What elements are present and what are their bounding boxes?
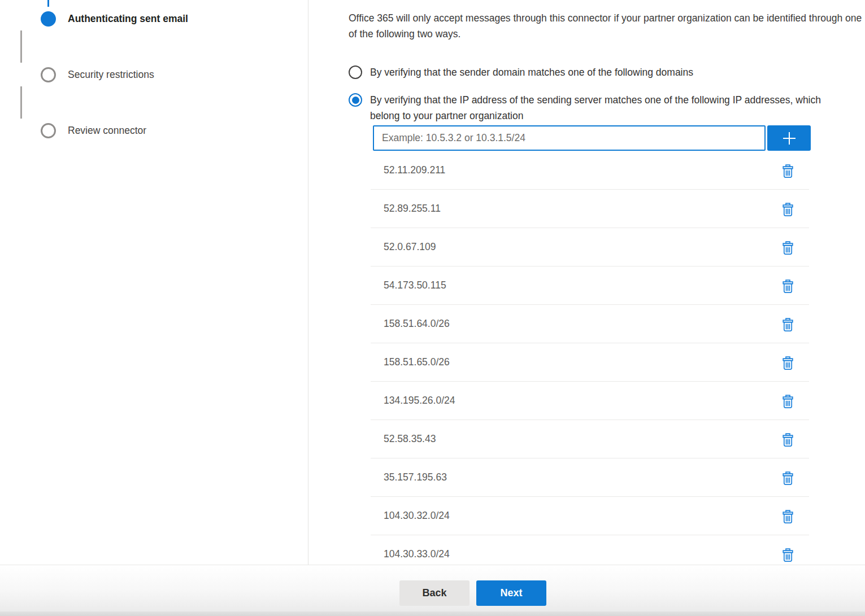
ip-address-row: 134.195.26.0/24	[371, 382, 809, 420]
delete-ip-button[interactable]	[780, 316, 796, 333]
ip-address-text: 35.157.195.63	[384, 471, 780, 483]
ip-address-row: 158.51.64.0/26	[371, 305, 809, 343]
trash-icon	[781, 278, 794, 294]
bottom-edge-strip	[0, 611, 865, 616]
ip-address-text: 52.11.209.211	[384, 164, 780, 176]
ip-address-row: 104.30.32.0/24	[371, 497, 809, 535]
plus-icon	[780, 129, 798, 147]
trash-icon	[781, 547, 794, 562]
trash-icon	[781, 355, 794, 370]
back-button[interactable]: Back	[399, 580, 470, 606]
radio-dot	[352, 97, 359, 104]
ip-address-row: 158.51.65.0/26	[371, 343, 809, 382]
ip-address-text: 104.30.32.0/24	[384, 510, 780, 522]
trash-icon	[781, 431, 794, 447]
add-ip-button[interactable]	[767, 125, 811, 151]
delete-ip-button[interactable]	[780, 277, 796, 294]
authenticating-sent-email-panel: Office 365 will only accept messages thr…	[309, 0, 865, 565]
option-label: By verifying that the IP address of the …	[370, 92, 829, 124]
trash-icon	[781, 163, 794, 178]
wizard-step-label: Review connector	[68, 125, 146, 137]
ip-address-text: 54.173.50.115	[384, 279, 780, 291]
ip-address-input[interactable]	[373, 125, 766, 151]
ip-address-row: 52.58.35.43	[371, 420, 809, 458]
delete-ip-button[interactable]	[780, 392, 796, 409]
ip-address-text: 158.51.64.0/26	[384, 318, 780, 330]
ip-address-row: 35.157.195.63	[371, 458, 809, 497]
wizard-step-label: Authenticating sent email	[68, 13, 188, 25]
connector-wizard-page: Authenticating sent email Security restr…	[0, 0, 865, 616]
delete-ip-button[interactable]	[780, 162, 796, 179]
ip-address-list: 52.11.209.211 52.89.255.11	[371, 151, 809, 565]
delete-ip-button[interactable]	[780, 200, 796, 217]
delete-ip-button[interactable]	[780, 469, 796, 486]
step-connector-line	[20, 86, 22, 119]
step-idle-dot-icon	[41, 67, 56, 82]
ip-address-row: 104.30.33.0/24	[371, 535, 809, 565]
step-connector-line-completed	[47, 0, 49, 7]
trash-icon	[781, 393, 794, 409]
delete-ip-button[interactable]	[780, 546, 796, 563]
wizard-step-review-connector[interactable]: Review connector	[20, 123, 188, 138]
delete-ip-button[interactable]	[780, 354, 796, 371]
ip-address-row: 52.11.209.211	[371, 151, 809, 190]
panel-description: Office 365 will only accept messages thr…	[349, 10, 865, 42]
wizard-steps-sidebar: Authenticating sent email Security restr…	[0, 0, 308, 565]
ip-address-row: 52.0.67.109	[371, 228, 809, 267]
step-connector-line	[20, 30, 22, 63]
option-verify-ip-address[interactable]: By verifying that the IP address of the …	[349, 92, 857, 124]
wizard-footer: Back Next	[0, 565, 865, 611]
radio-unselected-icon[interactable]	[349, 65, 362, 79]
ip-address-text: 158.51.65.0/26	[384, 356, 780, 368]
trash-icon	[781, 201, 794, 217]
delete-ip-button[interactable]	[780, 239, 796, 256]
ip-address-text: 52.0.67.109	[384, 241, 780, 253]
trash-icon	[781, 316, 794, 332]
wizard-step-security-restrictions[interactable]: Security restrictions	[20, 67, 188, 82]
trash-icon	[781, 239, 794, 255]
wizard-step-authenticating-sent-email[interactable]: Authenticating sent email	[20, 11, 188, 27]
ip-address-text: 134.195.26.0/24	[384, 395, 780, 407]
step-active-dot-icon	[41, 11, 56, 27]
step-idle-dot-icon	[41, 123, 56, 138]
delete-ip-button[interactable]	[780, 431, 796, 448]
option-label: By verifying that the sender domain matc…	[370, 64, 693, 80]
ip-address-row: 52.89.255.11	[371, 190, 809, 228]
ip-address-text: 52.89.255.11	[384, 203, 780, 215]
next-button[interactable]: Next	[476, 580, 546, 606]
radio-selected-icon[interactable]	[349, 93, 362, 107]
ip-address-text: 104.30.33.0/24	[384, 548, 780, 560]
trash-icon	[781, 470, 794, 486]
ip-entry-row	[373, 125, 811, 151]
wizard-step-list: Authenticating sent email Security restr…	[20, 0, 188, 138]
wizard-step-label: Security restrictions	[68, 69, 154, 81]
ip-address-text: 52.58.35.43	[384, 433, 780, 445]
ip-address-row: 54.173.50.115	[371, 267, 809, 305]
option-verify-sender-domain[interactable]: By verifying that the sender domain matc…	[349, 64, 857, 80]
trash-icon	[781, 508, 794, 524]
delete-ip-button[interactable]	[780, 508, 796, 525]
